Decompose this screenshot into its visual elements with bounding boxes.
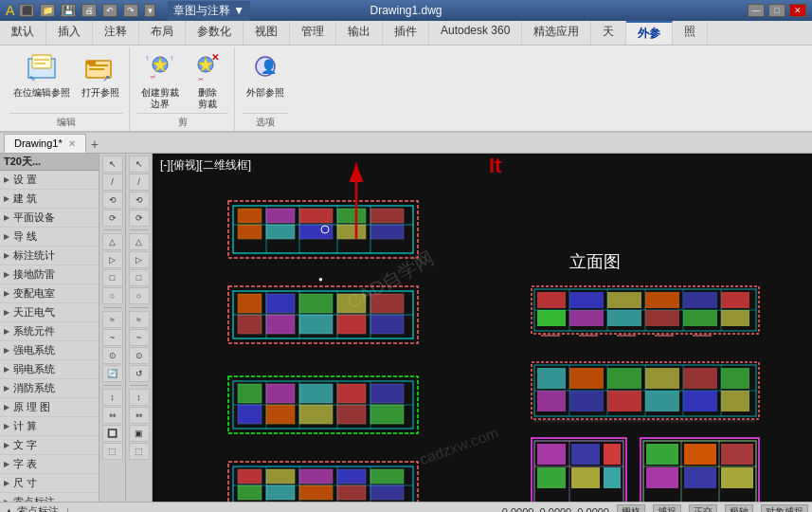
tool-column: ↖ / ⟲ ⟳ △ ▷ □ ○ ≈ ~ ⊙ 🔄 ↕ ⇔ 🔲 ⬚ xyxy=(99,154,126,502)
tab-insert[interactable]: 插入 xyxy=(46,21,93,45)
tool2-arrow[interactable]: ▷ xyxy=(129,251,150,268)
sidebar-item-origin-label[interactable]: ▶ 索点标注 xyxy=(0,493,99,502)
sidebar-item-tianzheng[interactable]: ▶ 天正电气 xyxy=(0,303,99,322)
canvas-area[interactable]: [-][俯视][二维线框] CAD自学网 cadzxw.com xyxy=(153,154,812,502)
print-btn[interactable]: 🖨 xyxy=(81,4,97,17)
sidebar-item-grounding[interactable]: ▶ 接地防雷 xyxy=(0,265,99,284)
minimize-btn[interactable]: — xyxy=(748,4,765,17)
sidebar-item-strong-sys[interactable]: ▶ 强电系统 xyxy=(0,341,99,360)
arrow-icon: ▶ xyxy=(4,251,9,260)
tab-photo[interactable]: 照 xyxy=(673,21,708,45)
close-btn[interactable]: ✕ xyxy=(789,4,806,17)
tool2-mirror-v[interactable]: ↕ xyxy=(129,389,150,406)
tab-sky[interactable]: 天 xyxy=(591,21,626,45)
tool2-line[interactable]: / xyxy=(129,174,150,191)
drawing1-tab[interactable]: Drawing1* ✕ xyxy=(4,134,86,153)
tool-wave2[interactable]: ~ xyxy=(102,329,123,346)
tool-triangle[interactable]: △ xyxy=(102,233,123,250)
open-btn[interactable]: 📁 xyxy=(40,4,55,17)
sidebar-item-text[interactable]: ▶ 文 字 xyxy=(0,436,99,455)
tool2-rotate-right[interactable]: ⟳ xyxy=(129,210,150,227)
tool-mirror-v[interactable]: ↕ xyxy=(102,389,123,406)
tool2-triangle[interactable]: △ xyxy=(129,233,150,250)
tool2-refresh[interactable]: ↺ xyxy=(129,365,150,382)
sidebar-item-settings[interactable]: ▶ 设 置 xyxy=(0,171,99,190)
svg-text:✎: ✎ xyxy=(29,75,36,83)
sidebar-item-sys-elements[interactable]: ▶ 系统元件 xyxy=(0,322,99,341)
snap-btn[interactable]: 捕捉 xyxy=(653,504,681,513)
tool-mirror-h[interactable]: ⇔ xyxy=(102,407,123,424)
isnap-btn[interactable]: 对象捕捉 xyxy=(761,504,808,513)
maximize-btn[interactable]: □ xyxy=(768,4,785,17)
polar-btn[interactable]: 极轴 xyxy=(725,504,753,513)
open-ref-btn[interactable]: ↗ 打开参照 xyxy=(78,49,123,101)
tab-default[interactable]: 默认 xyxy=(0,21,46,45)
tool-box2[interactable]: ⬚ xyxy=(102,443,123,460)
drawing1-tab-close[interactable]: ✕ xyxy=(68,138,76,149)
tab-layout[interactable]: 布局 xyxy=(139,21,186,45)
dropdown-btn[interactable]: ▼ xyxy=(144,4,155,17)
sidebar-item-architecture[interactable]: ▶ 建 筑 xyxy=(0,190,99,209)
ortho-btn[interactable]: 正交 xyxy=(689,504,717,513)
tianzheng-label: 天正电气 xyxy=(13,305,55,320)
tool-select[interactable]: ↖ xyxy=(102,155,123,173)
undo-btn[interactable]: ↶ xyxy=(102,4,117,17)
tool-concentric[interactable]: ⊙ xyxy=(102,347,123,364)
tab-manage[interactable]: 管理 xyxy=(290,21,336,45)
tab-view[interactable]: 视图 xyxy=(244,21,290,45)
sidebar-item-floor-equip[interactable]: ▶ 平面设备 xyxy=(0,209,99,228)
tool2-wave1[interactable]: ≈ xyxy=(129,311,150,328)
settings-label: 设 置 xyxy=(13,173,37,187)
tool2-wave2[interactable]: ~ xyxy=(129,329,150,346)
tool2-circle[interactable]: ○ xyxy=(129,287,150,304)
delete-clip-btn[interactable]: ✕ ✂ 删除 剪裁 xyxy=(187,49,228,112)
redo-btn[interactable]: ↷ xyxy=(123,4,138,17)
grid-btn[interactable]: 栅格 xyxy=(617,504,645,513)
tool2-box1[interactable]: ▣ xyxy=(129,425,150,442)
tool2-concentric[interactable]: ⊙ xyxy=(129,347,150,364)
tool-rotate-left[interactable]: ⟲ xyxy=(102,192,123,209)
tab-output[interactable]: 输出 xyxy=(336,21,383,45)
tab-plugin[interactable]: 插件 xyxy=(383,21,429,45)
tool-circle[interactable]: ○ xyxy=(102,287,123,304)
tab-xref[interactable]: 外参 xyxy=(626,21,673,45)
tab-annotate[interactable]: 注释 xyxy=(93,21,139,45)
add-tab-btn[interactable]: + xyxy=(86,136,103,153)
sidebar-item-dimension[interactable]: ▶ 尺 寸 xyxy=(0,474,99,493)
tool-rect[interactable]: □ xyxy=(102,269,123,286)
in-place-edit-btn[interactable]: ✎ 在位编辑参照 xyxy=(9,49,74,101)
tool-wave1[interactable]: ≈ xyxy=(102,311,123,328)
tool-rotate-right[interactable]: ⟳ xyxy=(102,210,123,227)
tab-parametric[interactable]: 参数化 xyxy=(186,21,244,45)
chapter-label: 章图与注释 xyxy=(173,3,230,19)
tool-refresh[interactable]: 🔄 xyxy=(102,365,123,382)
tool-arrow[interactable]: ▷ xyxy=(102,251,123,268)
sidebar-item-guide-line[interactable]: ▶ 导 线 xyxy=(0,228,99,247)
sidebar-item-distribution[interactable]: ▶ 变配电室 xyxy=(0,284,99,303)
sidebar-item-fire-sys[interactable]: ▶ 消防系统 xyxy=(0,379,99,398)
tool2-mirror-h[interactable]: ⇔ xyxy=(129,407,150,424)
sidebar-item-calc[interactable]: ▶ 计 算 xyxy=(0,417,99,436)
tool2-box2[interactable]: ⬚ xyxy=(129,443,150,460)
tab-featured[interactable]: 精选应用 xyxy=(522,21,591,45)
tool-line[interactable]: / xyxy=(102,174,123,191)
sidebar-item-schematics[interactable]: ▶ 原 理 图 xyxy=(0,398,99,417)
sidebar-item-stats[interactable]: ▶ 标注统计 xyxy=(0,247,99,265)
svg-rect-127 xyxy=(569,368,604,389)
tool2-rotate-left[interactable]: ⟲ xyxy=(129,192,150,209)
arrow-icon: ▶ xyxy=(4,441,9,449)
svg-rect-104 xyxy=(607,292,641,308)
tab-autodesk360[interactable]: Autodesk 360 xyxy=(429,21,522,45)
new-btn[interactable]: ⬛ xyxy=(19,4,34,17)
create-clip-btn[interactable]: ↑ ↑ ✂ 创建剪裁 边界 xyxy=(137,49,183,112)
tool2-select[interactable]: ↖ xyxy=(129,155,150,173)
save-btn[interactable]: 💾 xyxy=(61,4,76,17)
external-ref-btn[interactable]: 👤 外部参照 xyxy=(243,49,288,101)
tool-box1[interactable]: 🔲 xyxy=(102,425,123,442)
sidebar-item-weak-sys[interactable]: ▶ 弱电系统 xyxy=(0,360,99,379)
svg-rect-158 xyxy=(721,467,753,488)
sidebar-item-table[interactable]: ▶ 字 表 xyxy=(0,455,99,474)
tool2-rect[interactable]: □ xyxy=(129,269,150,286)
svg-rect-142 xyxy=(537,444,566,465)
chapter-dropdown[interactable]: 章图与注释 ▼ xyxy=(168,1,250,21)
